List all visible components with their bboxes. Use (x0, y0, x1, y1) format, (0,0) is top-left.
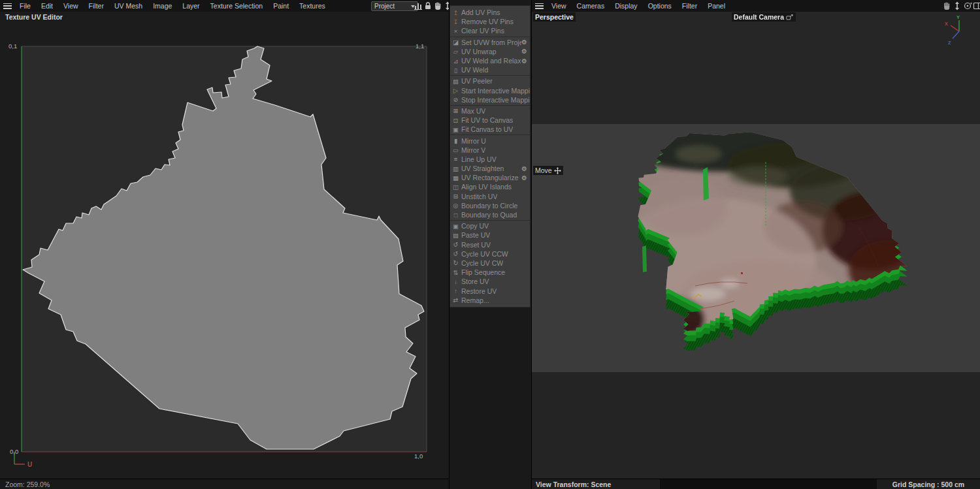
menu-item-uv-peeler[interactable]: ▤UV Peeler (450, 76, 530, 86)
menu-item-label: Set UVW from Projection (461, 39, 521, 46)
gizmo-mark-red (741, 272, 743, 274)
menu-item-max-uv[interactable]: ⊞Max UV (450, 106, 530, 116)
view-mode-label[interactable]: Perspective (533, 12, 576, 22)
menu-item-flip-sequence[interactable]: ⇅Flip Sequence (450, 268, 530, 277)
menu-uv-mesh[interactable]: UV Mesh (109, 2, 148, 10)
zoom-level-readout: Zoom: 259.0% (5, 481, 50, 488)
application-window: File Edit View Filter UV Mesh Image Laye… (0, 0, 980, 489)
menu-view[interactable]: View (58, 2, 84, 10)
orbit-icon[interactable] (963, 1, 972, 10)
menu-item-mirror-v[interactable]: ▭Mirror V (450, 146, 530, 155)
copy-icon: ▣ (450, 223, 461, 230)
rectangularize-icon: ▦ (450, 174, 461, 181)
uv-canvas[interactable]: U (0, 12, 449, 479)
menu-item-label: Cycle UV CCW (461, 250, 508, 258)
uv-corner-1-0: 1,0 (414, 452, 423, 460)
camera-share-icon[interactable] (786, 14, 794, 21)
mirror-v-icon: ▭ (450, 146, 461, 153)
clear-icon: × (450, 27, 461, 35)
menu-texture-selection[interactable]: Texture Selection (205, 2, 269, 10)
menu-item-stop-interactive-mapping[interactable]: ⊘Stop Interactive Mapping (450, 95, 530, 104)
menu-item-uv-rectangularize[interactable]: ▦UV Rectangularize⚙ (450, 173, 530, 182)
project-dropdown[interactable]: Project (371, 1, 418, 11)
restore-icon: ↑ (450, 287, 461, 294)
peeler-icon: ▤ (450, 78, 461, 85)
menu-panel[interactable]: Panel (702, 2, 730, 10)
menu-item-reset-uv[interactable]: ↺Reset UV (450, 240, 530, 249)
menu-image[interactable]: Image (148, 2, 177, 10)
menu-item-uv-straighten[interactable]: ▥UV Straighten⚙ (450, 164, 530, 173)
menu-item-store-uv[interactable]: ↓Store UV (450, 277, 530, 286)
menu-item-remap[interactable]: ⇄Remap... (450, 296, 530, 305)
menu-file[interactable]: File (14, 2, 36, 10)
menu-item-label: Cycle UV CW (461, 259, 503, 267)
hand-icon[interactable] (433, 1, 442, 10)
menu-layer[interactable]: Layer (177, 2, 204, 10)
menu-item-label: Boundary to Circle (461, 202, 517, 210)
menu-item-fit-canvas-to-uv[interactable]: ▣Fit Canvas to UV (450, 125, 530, 134)
menu-item-remove-uv-pins[interactable]: ↧Remove UV Pins (450, 17, 530, 26)
gear-icon[interactable]: ⚙ (521, 48, 527, 55)
menu-paint[interactable]: Paint (268, 2, 294, 10)
viewport-sky (532, 12, 980, 124)
menu-item-restore-uv[interactable]: ↑Restore UV (450, 286, 530, 295)
menu-item-label: Add UV Pins (461, 8, 500, 16)
menu-item-uv-weld[interactable]: ▯UV Weld (450, 65, 530, 74)
menu-item-clear-uv-pins[interactable]: ×Clear UV Pins (450, 26, 530, 35)
viewport-3d[interactable]: Y X Z (532, 12, 980, 479)
perspective-label: Perspective (535, 13, 574, 21)
camera-selector[interactable]: Default Camera (732, 12, 796, 22)
remap-icon: ⇄ (450, 296, 461, 304)
menu-item-fit-uv-to-canvas[interactable]: ⊡Fit UV to Canvas (450, 116, 530, 125)
projection-icon: ◪ (450, 39, 461, 46)
gear-icon[interactable]: ⚙ (521, 57, 527, 65)
menu-filter[interactable]: Filter (84, 2, 109, 10)
menu-item-cycle-uv-cw[interactable]: ↻Cycle UV CW (450, 259, 530, 268)
uv-corner-0-0: 0,0 (10, 448, 18, 455)
gear-icon[interactable]: ⚙ (521, 39, 527, 46)
menu-item-unstitch-uv[interactable]: ⊟Unstitch UV (450, 192, 530, 201)
menu-item-label: UV Unwrap (461, 48, 497, 55)
menu-item-align-uv-islands[interactable]: ◫Align UV Islands (450, 182, 530, 191)
menu-item-copy-uv[interactable]: ▣Copy UV (450, 221, 530, 230)
move-cross-icon (554, 167, 561, 174)
menu-item-uv-weld-and-relax[interactable]: ⊿UV Weld and Relax⚙ (450, 56, 530, 65)
panel-icon[interactable] (973, 1, 980, 10)
lock-icon[interactable] (423, 1, 433, 10)
menu-item-label: Mirror V (461, 146, 485, 154)
axis-z-label: Z (948, 40, 951, 46)
gear-icon[interactable]: ⚙ (521, 165, 527, 172)
menu-display[interactable]: Display (610, 2, 642, 10)
menu-cameras[interactable]: Cameras (572, 2, 610, 10)
menu-view-3d[interactable]: View (546, 2, 572, 10)
menu-item-line-up-uv[interactable]: ≡Line Up UV (450, 155, 530, 164)
menu-item-boundary-to-quad[interactable]: □Boundary to Quad (450, 210, 530, 219)
flip-icon: ⇅ (450, 269, 461, 276)
menu-edit[interactable]: Edit (36, 2, 58, 10)
menu-item-set-uvw-from-projection[interactable]: ◪Set UVW from Projection⚙ (450, 38, 530, 47)
weld-icon: ▯ (450, 67, 461, 74)
menu-options[interactable]: Options (643, 2, 677, 10)
menu-filter-3d[interactable]: Filter (677, 2, 702, 10)
weld-relax-icon: ⊿ (450, 57, 461, 65)
menu-item-boundary-to-circle[interactable]: ◎Boundary to Circle (450, 201, 530, 210)
straighten-icon: ▥ (450, 165, 461, 172)
menu-item-add-uv-pins[interactable]: ↥Add UV Pins (450, 8, 530, 17)
menu-item-start-interactive-mapping[interactable]: ▷Start Interactive Mapping (450, 86, 530, 95)
reset-icon: ↺ (450, 241, 461, 248)
vertical-move-icon[interactable] (953, 1, 962, 10)
menu-item-label: Paste UV (461, 231, 490, 239)
hand-icon[interactable] (942, 1, 951, 10)
hamburger-icon[interactable] (3, 3, 12, 9)
menu-textures[interactable]: Textures (294, 2, 331, 10)
menu-item-label: Align UV Islands (461, 183, 512, 191)
menu-item-uv-unwrap[interactable]: ▱UV Unwrap⚙ (450, 47, 530, 56)
menu-item-mirror-u[interactable]: ▮Mirror U (450, 136, 530, 145)
uv-corner-0-1: 0,1 (8, 42, 17, 50)
hamburger-icon[interactable] (535, 3, 544, 9)
histogram-icon[interactable] (414, 1, 423, 10)
gear-icon[interactable]: ⚙ (521, 174, 527, 181)
menu-item-label: Mirror U (461, 137, 486, 145)
menu-item-paste-uv[interactable]: ▤Paste UV (450, 230, 530, 240)
menu-item-cycle-uv-ccw[interactable]: ↺Cycle UV CCW (450, 249, 530, 259)
